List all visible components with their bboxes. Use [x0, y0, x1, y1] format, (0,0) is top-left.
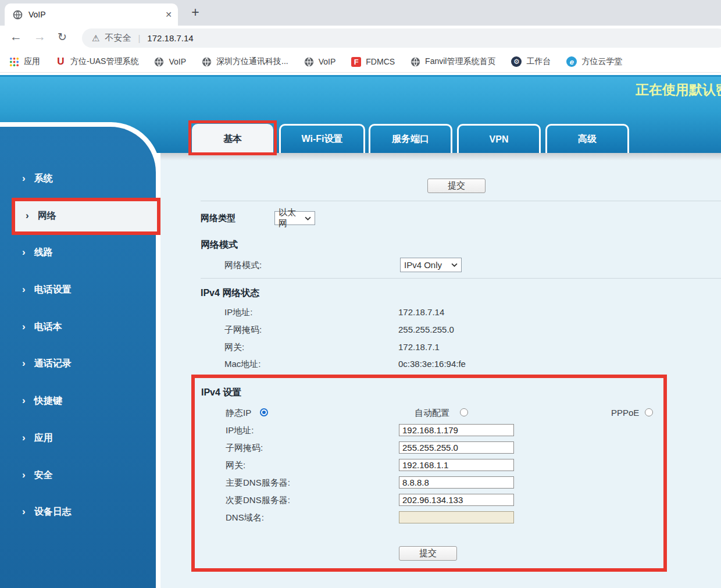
bookmark-voip-1[interactable]: VoIP: [154, 57, 186, 67]
dns-domain-input[interactable]: [399, 511, 514, 523]
pppoe-radio-label: PPPoE: [611, 408, 639, 418]
forward-icon[interactable]: →: [34, 30, 46, 42]
field-dns-domain-label: DNS域名:: [226, 512, 264, 523]
bookmark-label: 方位-UAS管理系统: [70, 56, 138, 67]
chevron-right-icon: ›: [22, 173, 26, 184]
sidebar-item-network[interactable]: › 网络: [26, 208, 56, 223]
browser-tabstrip: VoIP ✕ +: [0, 0, 721, 26]
bookmark-label: 工作台: [526, 56, 551, 67]
chevron-right-icon: ›: [22, 247, 26, 258]
sidebar-item-application[interactable]: › 应用: [22, 430, 53, 446]
address-divider: |: [138, 33, 140, 43]
subnet-mask-input[interactable]: [399, 441, 514, 454]
submit-button-top[interactable]: 提交: [427, 179, 486, 193]
network-mode-select[interactable]: IPv4 Only: [400, 258, 462, 272]
globe-icon: [411, 57, 420, 67]
tab-advanced[interactable]: 高级: [545, 124, 629, 153]
ipv4-status-section-title: IPv4 网络状态: [201, 287, 259, 300]
status-gateway-label: 网关:: [224, 342, 244, 353]
reload-icon[interactable]: ↻: [58, 31, 67, 43]
field-ip-label: IP地址:: [226, 425, 254, 436]
u-letter-icon: U: [56, 57, 66, 67]
dhcp-radio[interactable]: [460, 408, 468, 416]
status-mac-label: Mac地址:: [224, 359, 261, 370]
globe-icon: [154, 57, 164, 67]
screenshot-root: VoIP ✕ + ← → ↻ ⚠ 不安全 | 172.18.7.14 应用 U …: [0, 0, 721, 588]
chevron-right-icon: ›: [22, 321, 26, 333]
header-shadow: [160, 153, 721, 161]
bookmark-voip-2[interactable]: VoIP: [304, 57, 336, 67]
chevron-right-icon: ›: [22, 432, 26, 444]
bookmarks-bar: 应用 U 方位-UAS管理系统 VoIP 深圳方位通讯科技... V: [0, 51, 721, 73]
bookmark-workbench[interactable]: ⚙ 工作台: [511, 56, 551, 67]
network-type-label: 网络类型: [201, 213, 235, 224]
status-ip-value: 172.18.7.14: [398, 307, 444, 317]
browser-tab-voip[interactable]: VoIP ✕: [5, 3, 178, 26]
ipv4-settings-section-title: IPv4 设置: [201, 387, 241, 399]
pppoe-radio[interactable]: [645, 408, 653, 416]
status-mask-label: 子网掩码:: [224, 325, 262, 336]
field-mask-label: 子网掩码:: [226, 443, 263, 454]
bookmark-label: Fanvil管理系统首页: [425, 56, 495, 67]
chevron-right-icon: ›: [22, 284, 26, 295]
tab-wifi-settings[interactable]: Wi-Fi设置: [279, 124, 365, 153]
tab-basic[interactable]: 基本: [192, 124, 273, 153]
bookmark-cloud-school[interactable]: e 方位云学堂: [566, 56, 622, 67]
apps-grid-icon: [9, 57, 19, 67]
primary-dns-input[interactable]: [399, 476, 514, 489]
sidebar-item-function-key[interactable]: › 快捷键: [22, 393, 62, 408]
sidebar-item-security[interactable]: › 安全: [22, 468, 53, 483]
sidebar-item-phone-settings[interactable]: › 电话设置: [22, 282, 72, 297]
field-gateway-label: 网关:: [226, 460, 245, 471]
tab-close-icon[interactable]: ✕: [165, 10, 172, 19]
sidebar-item-system[interactable]: › 系统: [22, 171, 53, 186]
globe-icon: [202, 57, 212, 67]
tab-service-port[interactable]: 服务端口: [369, 124, 452, 153]
network-mode-label: 网络模式:: [224, 260, 262, 271]
ip-address-input[interactable]: [399, 424, 514, 436]
swirl-icon: e: [566, 56, 577, 67]
bookmark-apps[interactable]: 应用: [9, 56, 40, 67]
field-dns1-label: 主要DNS服务器:: [226, 477, 290, 489]
security-label: 不安全: [105, 33, 131, 44]
status-mac-value: 0c:38:3e:16:94:fe: [398, 359, 466, 369]
gateway-input[interactable]: [399, 459, 514, 471]
chevron-right-icon: ›: [22, 506, 26, 518]
divider: [201, 278, 721, 279]
network-mode-section-title: 网络模式: [201, 239, 238, 251]
back-icon[interactable]: ←: [10, 30, 22, 42]
address-url: 172.18.7.14: [147, 33, 193, 43]
bookmark-uas[interactable]: U 方位-UAS管理系统: [56, 56, 138, 67]
bookmark-fdmcs[interactable]: F FDMCS: [351, 57, 395, 67]
status-ip-label: IP地址:: [224, 307, 252, 318]
sidebar-item-phonebook[interactable]: › 电话本: [22, 319, 62, 334]
chevron-down-icon: [305, 216, 311, 220]
bookmark-fanvil-admin[interactable]: Fanvil管理系统首页: [411, 56, 495, 67]
new-tab-button[interactable]: +: [187, 5, 204, 20]
chevron-right-icon: ›: [22, 395, 26, 407]
globe-icon: [304, 57, 314, 67]
chevron-right-icon: ›: [22, 469, 26, 481]
gear-icon: ⚙: [511, 56, 522, 67]
bookmark-label: 深圳方位通讯科技...: [216, 56, 288, 67]
sidebar-item-call-logs[interactable]: › 通话记录: [22, 356, 72, 371]
sidebar-item-device-log[interactable]: › 设备日志: [22, 504, 72, 519]
tab-vpn[interactable]: VPN: [457, 124, 541, 153]
sidebar-item-line[interactable]: › 线路: [22, 245, 53, 260]
bookmark-label: VoIP: [169, 57, 186, 66]
bookmark-label: 方位云学堂: [581, 56, 622, 67]
bookmark-label: 应用: [24, 56, 40, 67]
dhcp-radio-label: 自动配置: [415, 408, 449, 419]
address-bar[interactable]: ⚠ 不安全 | 172.18.7.14: [82, 28, 721, 48]
secondary-dns-input[interactable]: [399, 494, 514, 506]
bookmark-szfanvil[interactable]: 深圳方位通讯科技...: [202, 56, 288, 67]
status-gateway-value: 172.18.7.1: [398, 342, 440, 352]
submit-button-bottom[interactable]: 提交: [399, 546, 457, 561]
f-badge-icon: F: [351, 57, 361, 67]
tab-title: VoIP: [28, 10, 46, 19]
network-type-select[interactable]: 以太网: [274, 211, 315, 225]
static-ip-radio-label: 静态IP: [226, 408, 251, 419]
field-dns2-label: 次要DNS服务器:: [226, 495, 290, 506]
divider: [201, 201, 721, 201]
static-ip-radio[interactable]: [260, 408, 268, 416]
